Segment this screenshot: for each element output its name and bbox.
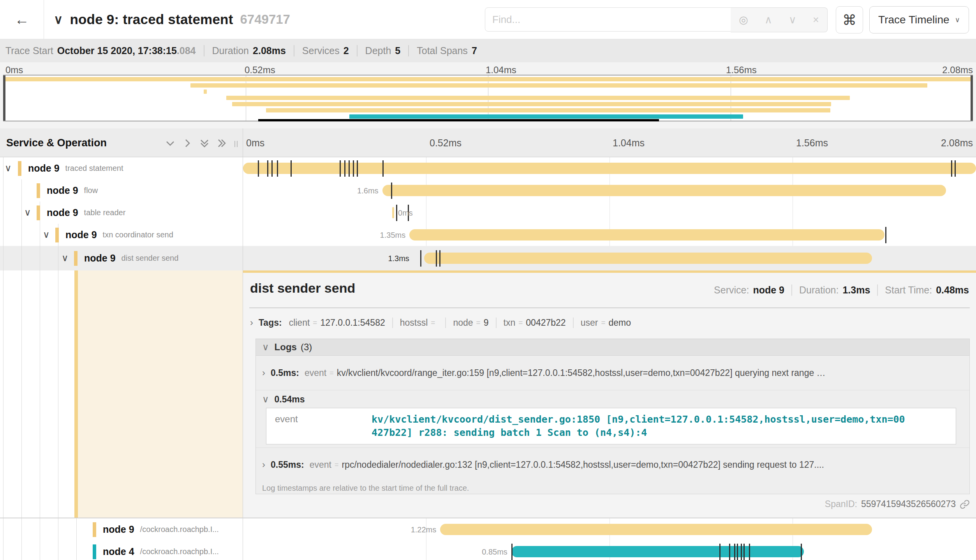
find-toolbar: ◎ ∧ ∨ × (731, 7, 828, 32)
log-marker-tick (737, 544, 738, 560)
services-label: Services (302, 45, 340, 56)
detail-bottom-divider (0, 518, 976, 518)
expand-all-icon[interactable] (215, 137, 228, 150)
find-prev-icon[interactable]: ∧ (765, 15, 772, 25)
expand-one-icon[interactable] (181, 137, 194, 150)
span-tree-row-traced-statement[interactable]: ∨ node 9 traced statement (0, 157, 243, 179)
minimap-scrubber[interactable] (258, 119, 659, 121)
chevron-down-icon[interactable]: ∨ (62, 252, 69, 263)
log-marker-tick (439, 250, 440, 267)
logs-footnote: Log timestamps are relative to the start… (262, 484, 469, 493)
service-name: node 4 (103, 546, 134, 557)
log-entry-0.5ms[interactable]: › 0.5ms: event = kv/kvclient/kvcoord/ran… (256, 356, 969, 390)
service-color-chip (37, 183, 40, 198)
log-entry-0.54ms-header[interactable]: ∨ 0.54ms (256, 390, 969, 408)
equals-sign: = (476, 318, 481, 327)
service-color-chip (18, 161, 21, 176)
tag-value: demo (609, 318, 631, 328)
span-tree-row-table-reader[interactable]: ∨ node 9 table reader (0, 202, 243, 224)
collapse-all-icon[interactable] (198, 137, 211, 150)
chevron-down-icon[interactable]: ∨ (24, 207, 31, 218)
span-tree-row-flow[interactable]: node 9 flow (0, 179, 243, 202)
depth-item: Depth 5 (357, 45, 401, 56)
find-next-icon[interactable]: ∨ (789, 15, 796, 25)
minimap-drag-handle-left[interactable] (3, 75, 5, 121)
operation-name: txn coordinator send (103, 230, 173, 239)
title-collapse-icon[interactable]: ∨ (54, 12, 63, 27)
equals-sign: = (431, 318, 435, 327)
span-bar[interactable] (392, 207, 394, 218)
span-duration-label: 1.3ms (388, 254, 409, 263)
operation-name: traced statement (65, 164, 123, 173)
find-input[interactable] (485, 7, 731, 32)
minimap-span-bar (190, 83, 927, 88)
column-resizer-handle[interactable] (234, 139, 239, 149)
span-tree-row-node9-roachpb[interactable]: node 9 /cockroach.roachpb.I... (0, 518, 243, 541)
span-bar[interactable] (511, 546, 804, 557)
minimap-span-bar (226, 96, 850, 100)
log-marker-tick (277, 160, 278, 177)
tags-toggle-row[interactable]: › Tags: client = 127.0.0.1:54582 hostssl… (250, 315, 631, 330)
tag-node: node = 9 (445, 318, 488, 328)
tag-key: node (453, 318, 473, 328)
expanded-span-accent-band (74, 270, 78, 518)
minimap-viewport[interactable] (3, 75, 973, 121)
span-id-value: 5597415943526560273 (861, 499, 956, 509)
command-icon: ⌘ (842, 12, 856, 28)
chevron-down-icon[interactable]: ∨ (5, 162, 12, 173)
back-button[interactable]: ← (0, 0, 44, 39)
top-bar: ← ∨ node 9: traced statement 6749717 ◎ ∧… (0, 0, 976, 39)
log-marker-tick (801, 544, 802, 560)
log-event-table: event kv/kvclient/kvcoord/dist_sender.go… (266, 408, 956, 444)
trace-timeline-dropdown[interactable]: Trace Timeline ∨ (869, 6, 969, 33)
minimap-span-bar (204, 90, 206, 94)
chevron-right-icon: › (262, 367, 265, 378)
total-spans-item: Total Spans 7 (408, 45, 477, 56)
locate-icon[interactable]: ◎ (739, 15, 748, 25)
duration-item: Duration 2.08ms (204, 45, 286, 56)
span-tree-row-txn-coordinator-send[interactable]: ∨ node 9 txn coordinator send (0, 224, 243, 246)
span-duration-label: 1.35ms (380, 230, 406, 239)
collapse-one-icon[interactable] (164, 137, 177, 150)
depth-value: 5 (395, 45, 400, 56)
equals-sign: = (313, 318, 317, 327)
span-bar[interactable] (382, 185, 946, 196)
tag-key: txn (504, 318, 516, 328)
chevron-down-icon[interactable]: ∨ (43, 229, 50, 240)
span-tree-row-node4-roachpb[interactable]: node 4 /cockroach.roachpb.I... (0, 541, 243, 560)
log-marker-tick (511, 544, 513, 560)
span-bar[interactable] (409, 229, 884, 241)
span-duration-label: 1.22ms (411, 525, 437, 534)
timeline-minimap[interactable]: 0ms0.52ms1.04ms1.56ms2.08ms (0, 62, 976, 128)
log-marker-tick (749, 544, 750, 560)
span-bar[interactable] (424, 253, 872, 264)
meta-service: Service: node 9 (714, 284, 784, 296)
log-marker-tick (955, 160, 956, 177)
depth-label: Depth (365, 45, 391, 56)
minimap-axis-label: 0.52ms (245, 65, 275, 75)
span-bar[interactable] (440, 524, 872, 535)
log-marker-tick (743, 544, 745, 560)
log-marker-tick (885, 227, 886, 243)
log-marker-tick (344, 160, 345, 177)
link-icon[interactable] (960, 499, 970, 509)
trace-start-ms: .084 (177, 45, 196, 56)
detail-rule (249, 307, 970, 308)
log-marker-tick (436, 250, 437, 267)
minimap-axis-label: 2.08ms (942, 65, 973, 75)
tag-client: client = 127.0.0.1:54582 (289, 318, 385, 328)
service-color-chip (55, 228, 59, 242)
log-marker-tick (291, 160, 292, 177)
tag-hostssl: hostssl = (392, 318, 439, 328)
find-clear-icon[interactable]: × (813, 15, 819, 25)
log-field-value: kv/kvclient/kvcoord/dist_sender.go:1850 … (372, 413, 948, 439)
log-entry-0.55ms[interactable]: › 0.55ms: event = rpc/nodedialer/nodedia… (256, 448, 969, 481)
duration-label: Duration (212, 45, 249, 56)
log-marker-tick (258, 160, 259, 177)
logs-toggle-header[interactable]: ∨ Logs (3) (256, 339, 969, 356)
service-color-chip (37, 205, 40, 220)
span-tree-row-dist-sender-send[interactable]: ∨ node 9 dist sender send (0, 246, 243, 270)
keyboard-shortcuts-button[interactable]: ⌘ (836, 6, 863, 33)
logs-count: (3) (301, 342, 312, 353)
minimap-drag-handle-right[interactable] (971, 75, 973, 121)
